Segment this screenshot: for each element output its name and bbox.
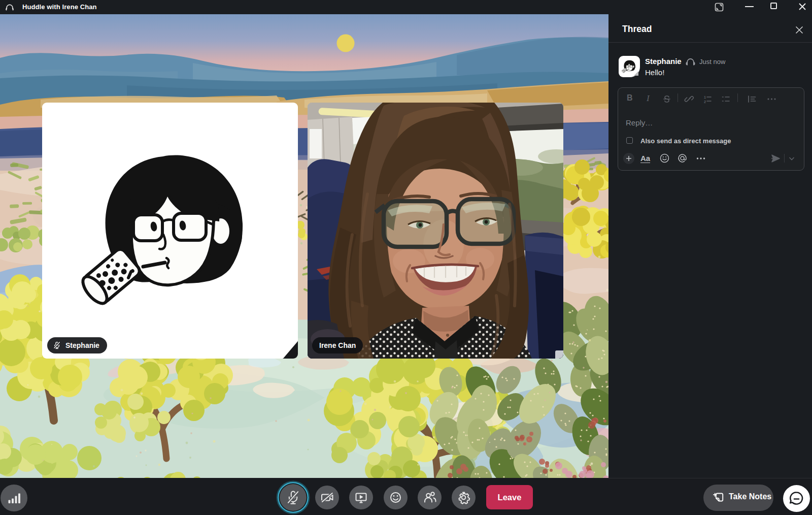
svg-text:1: 1 (704, 95, 706, 99)
svg-text:2: 2 (704, 100, 706, 104)
